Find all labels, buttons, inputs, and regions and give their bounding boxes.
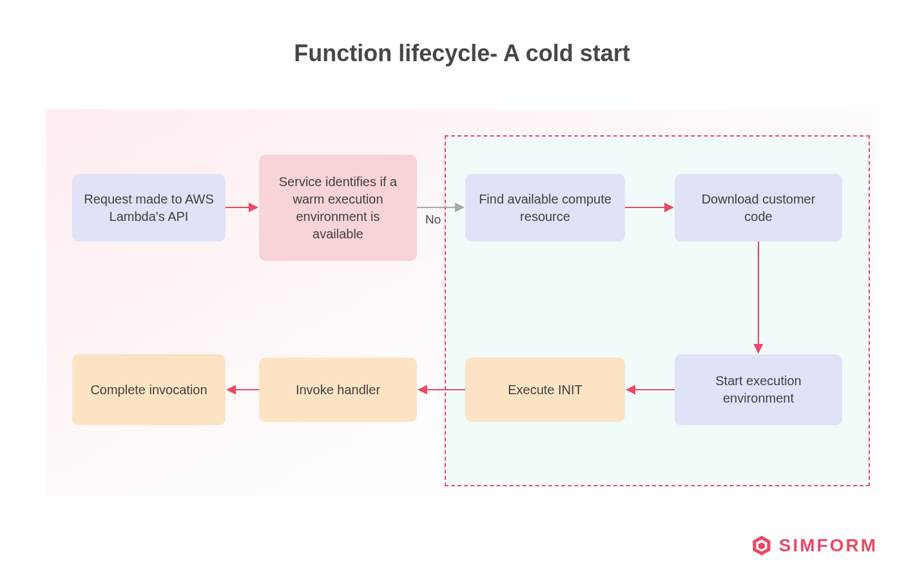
node-invoke-handler: Invoke handler: [259, 358, 417, 422]
node-download-code: Download customer code: [675, 174, 842, 242]
brand-text: SIMFORM: [779, 535, 878, 556]
node-identify-warm: Service identifies if a warm execution e…: [259, 155, 417, 261]
node-complete-invocation: Complete invocation: [72, 354, 226, 425]
label-no: No: [425, 213, 441, 227]
diagram-title: Function lifecycle- A cold start: [0, 40, 924, 67]
brand-logo: SIMFORM: [751, 535, 878, 557]
node-start-env: Start execution environment: [675, 354, 842, 425]
node-execute-init: Execute INIT: [465, 358, 625, 422]
diagram-canvas: Request made to AWS Lambda's API Service…: [46, 110, 878, 496]
node-request: Request made to AWS Lambda's API: [72, 174, 226, 242]
node-find-compute: Find available compute resource: [465, 174, 625, 242]
simform-logo-icon: [751, 535, 773, 557]
